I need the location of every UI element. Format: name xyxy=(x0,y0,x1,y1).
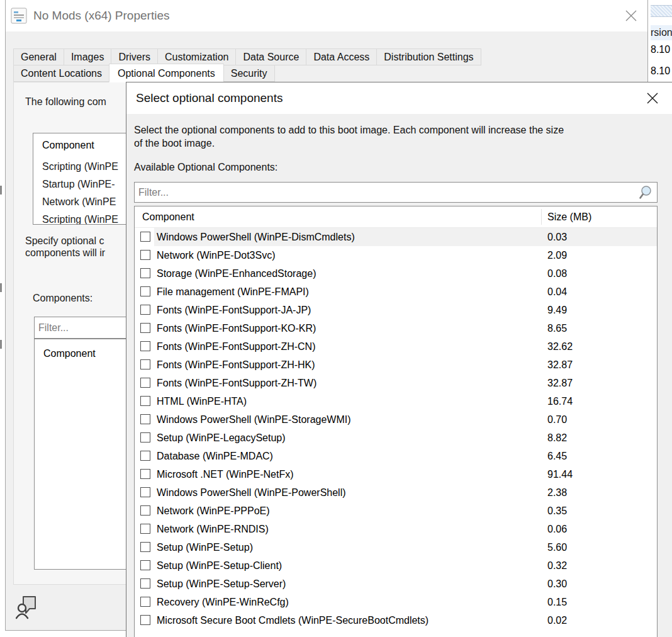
window-title: No Mods (x64) Properties xyxy=(33,0,169,31)
component-name: Windows PowerShell (WinPE-PowerShell) xyxy=(157,483,346,502)
checkbox[interactable] xyxy=(140,414,150,424)
feedback-person-icon[interactable] xyxy=(16,594,38,619)
components-filter-input[interactable] xyxy=(135,183,636,202)
column-header-component[interactable]: Component xyxy=(142,206,194,227)
checkbox[interactable] xyxy=(140,451,150,461)
checkbox[interactable] xyxy=(140,578,150,589)
checkbox[interactable] xyxy=(140,232,150,242)
component-name: Fonts (WinPE-FontSupport-KO-KR) xyxy=(157,319,316,337)
tab-images[interactable]: Images xyxy=(64,48,111,65)
checkbox[interactable] xyxy=(140,597,150,607)
table-row[interactable]: Setup (WinPE-Setup)5.60 xyxy=(135,538,657,556)
screen: rsion 8.108.10 No Mods (x64) Properties … xyxy=(0,0,672,637)
component-size: 0.32 xyxy=(547,556,567,575)
checkbox[interactable] xyxy=(140,268,150,278)
table-row[interactable]: Fonts (WinPE-FontSupport-KO-KR)8.65 xyxy=(135,319,657,337)
tab-security[interactable]: Security xyxy=(223,65,275,82)
optional-components-table: Component Size (MB) Windows PowerShell (… xyxy=(134,206,658,637)
checkbox[interactable] xyxy=(140,305,150,315)
tab-customization[interactable]: Customization xyxy=(157,48,236,65)
available-components-label: Available Optional Components: xyxy=(134,162,277,173)
checkbox[interactable] xyxy=(140,524,150,534)
checkbox[interactable] xyxy=(140,359,150,369)
component-size: 0.15 xyxy=(547,593,567,611)
table-row[interactable]: Database (WinPE-MDAC)6.45 xyxy=(135,447,657,465)
component-name: Setup (WinPE-Setup-Server) xyxy=(157,575,286,593)
table-row[interactable]: Windows PowerShell (WinPE-DismCmdlets)0.… xyxy=(135,228,657,246)
component-name: Setup (WinPE-LegacySetup) xyxy=(157,429,286,447)
checkbox[interactable] xyxy=(140,250,150,260)
tab-content-locations[interactable]: Content Locations xyxy=(13,65,109,82)
checkbox[interactable] xyxy=(140,323,150,333)
select-optional-components-dialog: Select optional components Select the op… xyxy=(126,82,672,637)
tab-distribution-settings[interactable]: Distribution Settings xyxy=(376,48,481,65)
component-size: 32.62 xyxy=(547,337,573,356)
component-name: Fonts (WinPE-FontSupport-ZH-HK) xyxy=(157,356,315,374)
checkbox[interactable] xyxy=(140,560,150,570)
intro-text: The following com xyxy=(25,96,106,108)
list-column-header: Component xyxy=(43,348,96,359)
table-row[interactable]: Microsoft .NET (WinPE-NetFx)91.44 xyxy=(135,465,657,483)
component-size: 0.30 xyxy=(547,575,567,593)
component-name: Recovery (WinPE-WinReCfg) xyxy=(157,593,289,611)
table-row[interactable]: Network (WinPE-Dot3Svc)2.09 xyxy=(135,246,657,264)
column-header-size[interactable]: Size (MB) xyxy=(547,206,591,227)
checkbox[interactable] xyxy=(140,378,150,388)
list-item[interactable]: Network (WinPE xyxy=(42,196,116,208)
checkbox[interactable] xyxy=(140,469,150,479)
list-item[interactable]: Startup (WinPE- xyxy=(42,179,115,190)
dialog-title: Select optional components xyxy=(136,82,283,114)
version-column-header: rsion xyxy=(651,25,672,40)
tab-strip-row1: GeneralImagesDriversCustomizationData So… xyxy=(13,48,481,65)
console-edge-mark xyxy=(0,283,2,292)
component-name: Network (WinPE-Dot3Svc) xyxy=(157,246,275,264)
table-row[interactable]: Fonts (WinPE-FontSupport-ZH-CN)32.62 xyxy=(135,337,657,356)
table-row[interactable]: Windows PowerShell (WinPE-PowerShell)2.3… xyxy=(135,483,657,502)
table-header[interactable]: Component Size (MB) xyxy=(135,206,657,228)
table-row[interactable]: Setup (WinPE-Setup-Server)0.30 xyxy=(135,575,657,593)
checkbox[interactable] xyxy=(140,286,150,296)
checkbox[interactable] xyxy=(140,615,150,625)
table-row[interactable]: Setup (WinPE-LegacySetup)8.82 xyxy=(135,429,657,447)
list-item[interactable]: Scripting (WinPE xyxy=(42,161,118,172)
checkbox[interactable] xyxy=(140,487,150,497)
properties-titlebar[interactable]: No Mods (x64) Properties xyxy=(6,0,647,31)
console-header-hatch xyxy=(651,5,672,17)
table-row[interactable]: File management (WinPE-FMAPI)0.04 xyxy=(135,283,657,301)
search-icon xyxy=(637,184,653,200)
table-row[interactable]: Fonts (WinPE-FontSupport-ZH-TW)32.87 xyxy=(135,374,657,392)
tab-data-access[interactable]: Data Access xyxy=(306,48,377,65)
table-row[interactable]: HTML (WinPE-HTA)16.74 xyxy=(135,392,657,410)
checkbox[interactable] xyxy=(140,542,150,552)
checkbox[interactable] xyxy=(140,396,150,406)
table-row[interactable]: Fonts (WinPE-FontSupport-JA-JP)9.49 xyxy=(135,301,657,319)
column-divider[interactable] xyxy=(541,209,542,225)
table-row[interactable]: Network (WinPE-PPPoE)0.35 xyxy=(135,502,657,520)
checkbox[interactable] xyxy=(140,341,150,351)
table-row[interactable]: Storage (WinPE-EnhancedStorage)0.08 xyxy=(135,264,657,283)
tab-optional-components[interactable]: Optional Components xyxy=(109,64,224,82)
component-size: 2.09 xyxy=(547,246,567,264)
component-name: Microsoft Secure Boot Cmdlets (WinPE-Sec… xyxy=(157,611,428,629)
component-size: 16.74 xyxy=(547,392,573,410)
table-row[interactable]: Fonts (WinPE-FontSupport-ZH-HK)32.87 xyxy=(135,356,657,374)
tab-general[interactable]: General xyxy=(13,48,64,65)
table-row[interactable]: Microsoft Secure Boot Cmdlets (WinPE-Sec… xyxy=(135,611,657,629)
table-row[interactable]: Recovery (WinPE-WinReCfg)0.15 xyxy=(135,593,657,611)
close-icon[interactable] xyxy=(625,9,637,22)
close-icon[interactable] xyxy=(646,92,659,104)
console-edge-mark xyxy=(0,186,2,194)
checkbox[interactable] xyxy=(140,505,150,516)
dialog-titlebar[interactable]: Select optional components xyxy=(126,82,672,114)
table-row[interactable]: Setup (WinPE-Setup-Client)0.32 xyxy=(135,556,657,575)
table-row[interactable]: Network (WinPE-RNDIS)0.06 xyxy=(135,520,657,538)
component-size: 8.65 xyxy=(547,319,567,337)
component-size: 0.04 xyxy=(547,283,567,301)
table-row[interactable]: Windows PowerShell (WinPE-StorageWMI)0.7… xyxy=(135,410,657,429)
component-size: 2.38 xyxy=(547,483,567,502)
checkbox[interactable] xyxy=(140,432,150,443)
tab-drivers[interactable]: Drivers xyxy=(111,48,158,65)
tab-strip-row2: Content LocationsOptional ComponentsSecu… xyxy=(13,65,274,82)
tab-data-source[interactable]: Data Source xyxy=(235,48,306,65)
list-item[interactable]: Scripting (WinPE xyxy=(42,214,118,225)
